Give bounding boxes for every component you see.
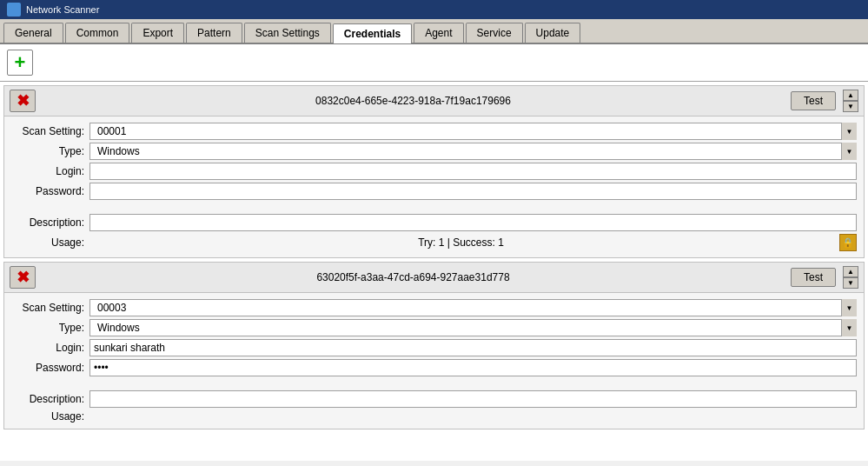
description-input[interactable]: [89, 390, 857, 408]
usage-label: Usage:: [11, 410, 89, 423]
description-label: Description:: [11, 216, 89, 229]
tab-export[interactable]: Export: [131, 23, 184, 43]
delete-credential-button[interactable]: ✖: [10, 90, 36, 112]
password-input[interactable]: [89, 183, 857, 200]
scan-setting-label: Scan Setting:: [11, 125, 89, 137]
credential-id: 63020f5f-a3aa-47cd-a694-927aae31d778: [43, 271, 784, 283]
scroll-down-button[interactable]: ▼: [843, 277, 858, 289]
password-label: Password:: [11, 362, 89, 374]
test-button[interactable]: Test: [791, 268, 836, 287]
scroll-buttons: ▲ ▼: [843, 90, 858, 112]
tab-update[interactable]: Update: [525, 23, 581, 43]
usage-row: Usage: Try: 1 | Success: 1 🔒: [11, 234, 857, 251]
login-label: Login:: [11, 165, 89, 177]
password-row: Password:: [11, 359, 857, 376]
credential-block: ✖ 0832c0e4-665e-4223-918a-7f19ac179696 T…: [3, 85, 865, 258]
type-select-wrapper: Windows ▼: [89, 319, 857, 336]
tab-common[interactable]: Common: [65, 23, 130, 43]
scan-setting-row: Scan Setting: 00003 ▼: [11, 299, 857, 316]
password-label: Password:: [11, 185, 89, 197]
login-input[interactable]: [89, 163, 857, 180]
type-select[interactable]: Windows: [89, 143, 857, 160]
title-bar-text: Network Scanner: [26, 4, 99, 15]
x-icon: ✖: [17, 268, 30, 287]
login-row: Login:: [11, 163, 857, 180]
scroll-up-button[interactable]: ▲: [843, 266, 858, 277]
tab-agent[interactable]: Agent: [414, 23, 463, 43]
scan-setting-label: Scan Setting:: [11, 302, 89, 314]
login-input[interactable]: [89, 339, 857, 356]
credentials-list: ✖ 0832c0e4-665e-4223-918a-7f19ac179696 T…: [0, 82, 868, 461]
credential-header: ✖ 0832c0e4-665e-4223-918a-7f19ac179696 T…: [4, 86, 864, 116]
x-icon: ✖: [17, 91, 30, 110]
usage-value: Try: 1 | Success: 1: [89, 236, 832, 249]
tab-service[interactable]: Service: [466, 23, 523, 43]
password-input[interactable]: [89, 359, 857, 376]
credential-form: Scan Setting: 00001 ▼ Type: Windows ▼: [4, 116, 864, 257]
tab-scan-settings[interactable]: Scan Settings: [244, 23, 331, 43]
credential-block: ✖ 63020f5f-a3aa-47cd-a694-927aae31d778 T…: [3, 262, 865, 429]
tab-credentials[interactable]: Credentials: [333, 23, 412, 43]
title-bar: Network Scanner: [0, 0, 868, 19]
plus-icon: +: [15, 53, 26, 72]
usage-label: Usage:: [11, 236, 89, 249]
type-label: Type:: [11, 145, 89, 157]
tab-general[interactable]: General: [3, 23, 63, 43]
description-row: Description:: [11, 390, 857, 408]
scan-setting-select[interactable]: 00003: [89, 299, 857, 316]
tab-pattern[interactable]: Pattern: [186, 23, 242, 43]
credential-header: ✖ 63020f5f-a3aa-47cd-a694-927aae31d778 T…: [4, 263, 864, 293]
type-label: Type:: [11, 322, 89, 334]
type-row: Type: Windows ▼: [11, 143, 857, 160]
login-label: Login:: [11, 342, 89, 354]
scan-setting-select-wrapper: 00001 ▼: [89, 123, 857, 140]
description-label: Description:: [11, 393, 89, 405]
test-button[interactable]: Test: [791, 91, 836, 110]
scroll-buttons: ▲ ▼: [843, 266, 858, 289]
login-row: Login:: [11, 339, 857, 356]
scan-setting-select[interactable]: 00001: [89, 123, 857, 140]
scroll-down-button[interactable]: ▼: [843, 101, 858, 112]
description-input[interactable]: [89, 214, 857, 231]
type-select[interactable]: Windows: [89, 319, 857, 336]
add-credential-button[interactable]: +: [7, 50, 33, 76]
password-row: Password:: [11, 183, 857, 200]
usage-row: Usage:: [11, 410, 857, 423]
type-select-wrapper: Windows ▼: [89, 143, 857, 160]
type-row: Type: Windows ▼: [11, 319, 857, 336]
toolbar: +: [0, 44, 868, 82]
credential-id: 0832c0e4-665e-4223-918a-7f19ac179696: [43, 95, 784, 107]
scroll-up-button[interactable]: ▲: [843, 90, 858, 101]
lock-icon: 🔒: [839, 234, 857, 251]
credential-form: Scan Setting: 00003 ▼ Type: Windows ▼: [4, 293, 864, 429]
scan-setting-select-wrapper: 00003 ▼: [89, 299, 857, 316]
app-icon: [7, 3, 21, 17]
scan-setting-row: Scan Setting: 00001 ▼: [11, 123, 857, 140]
description-row: Description:: [11, 214, 857, 231]
delete-credential-button[interactable]: ✖: [10, 266, 36, 289]
tabs-bar: GeneralCommonExportPatternScan SettingsC…: [0, 19, 868, 44]
